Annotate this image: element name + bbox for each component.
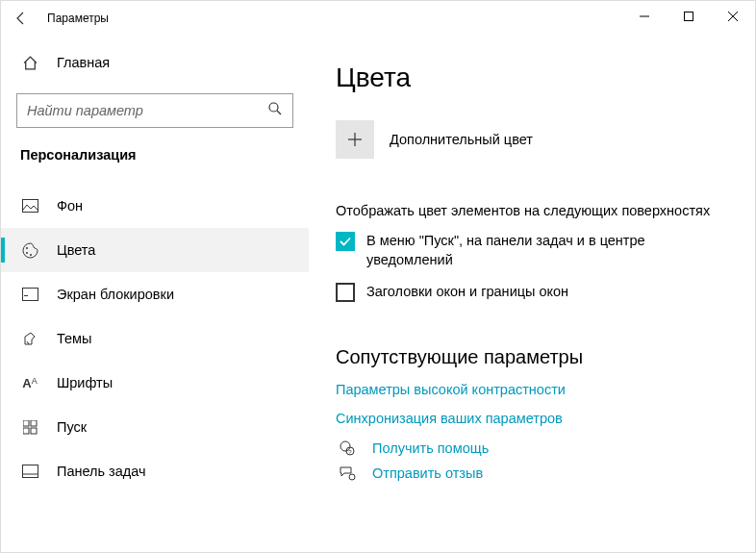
search-box[interactable] — [16, 93, 293, 128]
sidebar-item-label: Экран блокировки — [57, 287, 174, 302]
svg-point-9 — [30, 254, 32, 256]
minimize-button[interactable] — [622, 1, 667, 32]
feedback-row[interactable]: Отправить отзыв — [336, 465, 724, 482]
svg-rect-10 — [22, 289, 38, 301]
close-button[interactable] — [711, 1, 755, 32]
svg-text:?: ? — [348, 449, 352, 455]
sidebar-item-taskbar[interactable]: Панель задач — [1, 449, 309, 493]
checkbox-start-taskbar[interactable] — [336, 232, 355, 251]
picture-icon — [20, 199, 39, 213]
related-heading: Сопутствующие параметры — [336, 346, 724, 368]
start-icon — [20, 420, 39, 435]
sidebar-item-background[interactable]: Фон — [1, 184, 309, 228]
sidebar-item-label: Цвета — [57, 242, 95, 258]
get-help-row[interactable]: ? Получить помощь — [336, 440, 724, 457]
feedback-icon — [336, 465, 359, 482]
home-label: Главная — [57, 55, 110, 70]
sidebar-item-themes[interactable]: Темы — [1, 316, 309, 361]
svg-line-5 — [277, 111, 281, 114]
svg-point-23 — [349, 474, 355, 480]
checkbox-titlebars[interactable] — [336, 283, 355, 302]
sync-settings-link[interactable]: Синхронизация ваших параметров — [336, 411, 724, 426]
sidebar-item-label: Пуск — [57, 419, 87, 435]
add-color-button[interactable] — [336, 120, 374, 159]
surfaces-label: Отображать цвет элементов на следующих п… — [336, 203, 724, 218]
high-contrast-link[interactable]: Параметры высокой контрастности — [336, 382, 724, 397]
get-help-label: Получить помощь — [372, 440, 489, 456]
sidebar-item-fonts[interactable]: AA Шрифты — [1, 361, 309, 405]
fonts-icon: AA — [20, 376, 39, 390]
home-nav[interactable]: Главная — [1, 43, 309, 82]
back-button[interactable] — [1, 1, 41, 36]
main-content: Цвета Дополнительный цвет Отображать цве… — [309, 36, 755, 552]
search-icon — [267, 101, 283, 120]
search-input[interactable] — [27, 103, 267, 118]
svg-rect-1 — [685, 13, 693, 21]
sidebar-item-label: Панель задач — [57, 464, 146, 479]
svg-rect-15 — [31, 428, 37, 434]
page-title: Цвета — [336, 63, 724, 93]
svg-point-4 — [269, 103, 278, 112]
lockscreen-icon — [20, 288, 39, 301]
svg-rect-11 — [24, 295, 28, 296]
checkbox-titlebars-label: Заголовки окон и границы окон — [366, 283, 568, 302]
svg-rect-14 — [23, 428, 29, 434]
add-color-label: Дополнительный цвет — [390, 132, 533, 147]
sidebar-item-label: Темы — [57, 331, 92, 346]
window-title: Параметры — [47, 12, 109, 25]
svg-rect-6 — [22, 200, 38, 213]
plus-icon — [347, 132, 363, 147]
maximize-button[interactable] — [667, 1, 711, 32]
category-heading: Персонализация — [1, 147, 309, 184]
checkbox-start-taskbar-label: В меню "Пуск", на панели задач и в центр… — [366, 232, 693, 269]
svg-rect-13 — [31, 420, 37, 426]
feedback-label: Отправить отзыв — [372, 465, 483, 481]
svg-rect-16 — [22, 465, 38, 478]
svg-point-8 — [26, 252, 28, 254]
sidebar: Главная Персонализация Фон Цвета Экран б… — [1, 36, 309, 552]
themes-icon — [20, 331, 39, 347]
sidebar-item-colors[interactable]: Цвета — [1, 228, 309, 272]
sidebar-item-label: Фон — [57, 198, 83, 214]
home-icon — [20, 55, 39, 71]
checkmark-icon — [339, 235, 352, 248]
svg-point-7 — [26, 247, 28, 249]
sidebar-item-lockscreen[interactable]: Экран блокировки — [1, 272, 309, 316]
sidebar-item-label: Шрифты — [57, 375, 113, 390]
help-icon: ? — [336, 440, 359, 457]
taskbar-icon — [20, 465, 39, 478]
palette-icon — [20, 242, 39, 259]
svg-rect-12 — [23, 420, 29, 426]
sidebar-item-start[interactable]: Пуск — [1, 405, 309, 449]
